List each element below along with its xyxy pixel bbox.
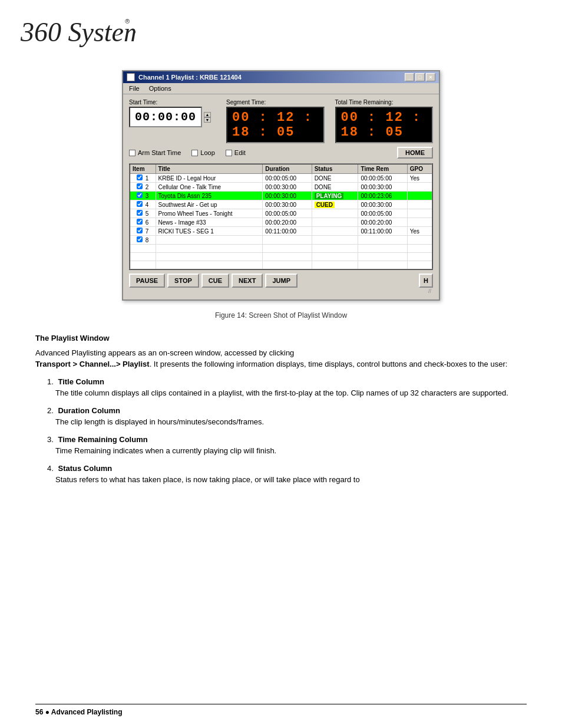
loop-option[interactable]: Loop — [191, 149, 214, 156]
row-check-num[interactable]: 6 — [130, 218, 156, 227]
features-list: 1. Title Column The title column display… — [35, 376, 527, 486]
playlist-window: Channel 1 Playlist : KRBE 121404 _ □ × F… — [122, 70, 440, 301]
home-button[interactable]: HOME — [397, 147, 433, 159]
logo: 360 Systems ® — [18, 11, 544, 52]
row-number: 3 — [146, 193, 149, 199]
status-done: DONE — [315, 175, 332, 182]
list-item-4: 4. Status Column Status refers to what h… — [47, 463, 527, 486]
row-check-num[interactable]: 7 — [130, 227, 156, 236]
pause-button[interactable]: PAUSE — [129, 274, 165, 288]
row-status: PLAYING — [312, 192, 358, 200]
page-footer: 56 ● Advanced Playlisting — [35, 704, 527, 716]
table-row[interactable]: 8 — [130, 236, 432, 245]
table-row[interactable]: 4 Southwest Air - Get up 00:00:30:00 CUE… — [130, 200, 432, 209]
intro-paragraph: Advanced Playlisting appears as an on-sc… — [35, 347, 527, 370]
spinner-down[interactable]: ▼ — [204, 117, 211, 123]
row-check-num[interactable]: 8 — [130, 236, 156, 245]
svg-text:®: ® — [125, 18, 130, 25]
list-desc-2: The clip length is displayed in hours/mi… — [55, 416, 527, 428]
list-num-3: 3. — [47, 435, 54, 444]
maximize-button[interactable]: □ — [415, 73, 425, 81]
table-row[interactable]: 6 News - Image #33 00:00:20:00 00:00:20:… — [130, 218, 432, 227]
row-gpo — [407, 200, 432, 209]
row-status: CUED — [312, 200, 358, 209]
intro-text2: . It presents the following information … — [150, 360, 508, 368]
minimize-button[interactable]: _ — [405, 73, 414, 81]
table-row[interactable]: 5 Promo Wheel Tues - Tonight 00:00:05:00… — [130, 209, 432, 218]
row-checkbox[interactable] — [137, 210, 143, 216]
list-item-3: 3. Time Remaining Column Time Remaining … — [47, 434, 527, 457]
window-titlebar: Channel 1 Playlist : KRBE 121404 _ □ × — [123, 71, 439, 83]
row-check-num[interactable]: 3 — [130, 192, 156, 200]
start-time-group: Start Time: 00:00:00 ▲ ▼ — [129, 99, 211, 127]
window-title: Channel 1 Playlist : KRBE 121404 — [138, 74, 405, 81]
row-number: 2 — [146, 184, 149, 190]
row-number: 5 — [146, 210, 149, 217]
row-timerem: 00:00:23:06 — [358, 192, 407, 200]
edit-option[interactable]: Edit — [226, 149, 246, 156]
row-status — [312, 209, 358, 218]
row-gpo — [407, 183, 432, 192]
arm-start-time-option[interactable]: Arm Start Time — [129, 149, 181, 156]
row-checkbox[interactable] — [137, 228, 143, 233]
row-checkbox[interactable] — [137, 236, 143, 242]
row-checkbox[interactable] — [137, 174, 143, 180]
list-desc-1: The title column displays all clips cont… — [55, 387, 527, 399]
stop-button[interactable]: STOP — [167, 274, 199, 288]
row-duration: 00:00:05:00 — [263, 174, 312, 183]
table-row-empty — [130, 253, 432, 261]
arm-start-time-label: Arm Start Time — [138, 149, 181, 156]
h-button[interactable]: H — [419, 274, 433, 288]
row-checkbox[interactable] — [137, 192, 143, 198]
col-item-header: Item — [130, 164, 156, 174]
total-time-group: Total Time Remaining: 00 : 12 : 18 : 05 — [335, 99, 433, 143]
resize-handle: // — [129, 288, 433, 295]
start-time-spinner[interactable]: ▲ ▼ — [204, 112, 211, 123]
table-row[interactable]: 7 RICKI TUES - SEG 1 00:11:00:00 00:11:0… — [130, 227, 432, 236]
menu-options[interactable]: Options — [148, 84, 173, 93]
col-title-header: Title — [156, 164, 263, 174]
list-title-2: Duration Column — [58, 406, 120, 415]
row-timerem: 00:00:05:00 — [358, 209, 407, 218]
cue-button[interactable]: CUE — [201, 274, 229, 288]
start-time-label: Start Time: — [129, 99, 211, 106]
menu-file[interactable]: File — [128, 84, 141, 93]
figure-caption: Figure 14: Screen Shot of Playlist Windo… — [35, 311, 527, 319]
transport-path: Transport > Channel...> Playlist — [35, 360, 150, 368]
row-check-num[interactable]: 5 — [130, 209, 156, 218]
close-button[interactable]: × — [426, 73, 435, 81]
arm-start-time-checkbox[interactable] — [129, 150, 135, 156]
loop-checkbox[interactable] — [191, 150, 198, 156]
window-controls[interactable]: _ □ × — [405, 73, 435, 81]
row-duration: 00:11:00:00 — [263, 227, 312, 236]
footer-page-info: 56 ● Advanced Playlisting — [35, 708, 123, 716]
start-time-input[interactable]: 00:00:00 — [129, 107, 202, 127]
row-number: 4 — [146, 202, 149, 208]
next-button[interactable]: NEXT — [232, 274, 263, 288]
row-timerem: 00:00:20:00 — [358, 218, 407, 227]
row-checkbox[interactable] — [137, 183, 143, 189]
spinner-up[interactable]: ▲ — [204, 112, 211, 117]
table-row[interactable]: 3 Toyota Dls Assn 235 00:00:30:00 PLAYIN… — [130, 192, 432, 200]
transport-row: PAUSE STOP CUE NEXT JUMP H — [129, 274, 433, 288]
row-status: DONE — [312, 174, 358, 183]
col-timerem-header: Time Rem — [358, 164, 407, 174]
jump-button[interactable]: JUMP — [265, 274, 297, 288]
row-title: Promo Wheel Tues - Tonight — [156, 209, 263, 218]
row-check-num[interactable]: 4 — [130, 200, 156, 209]
row-checkbox[interactable] — [137, 219, 143, 225]
row-check-num[interactable]: 2 — [130, 183, 156, 192]
section-heading: The Playlist Window — [35, 334, 527, 342]
svg-text:360 Systems: 360 Systems — [20, 17, 135, 47]
table-row[interactable]: 2 Cellular One - Talk Time 00:00:30:00 D… — [130, 183, 432, 192]
row-check-num[interactable]: 1 — [130, 174, 156, 183]
time-display-area: Start Time: 00:00:00 ▲ ▼ Segment Time: — [129, 99, 433, 143]
segment-time-label: Segment Time: — [226, 99, 324, 106]
edit-checkbox[interactable] — [226, 150, 232, 156]
row-checkbox[interactable] — [137, 201, 143, 207]
table-row[interactable]: 1 KRBE ID - Legal Hour 00:00:05:00 DONE … — [130, 174, 432, 183]
list-num-4: 4. — [47, 464, 54, 473]
row-gpo — [407, 209, 432, 218]
segment-time-group: Segment Time: 00 : 12 : 18 : 05 — [226, 99, 324, 143]
row-gpo — [407, 236, 432, 245]
